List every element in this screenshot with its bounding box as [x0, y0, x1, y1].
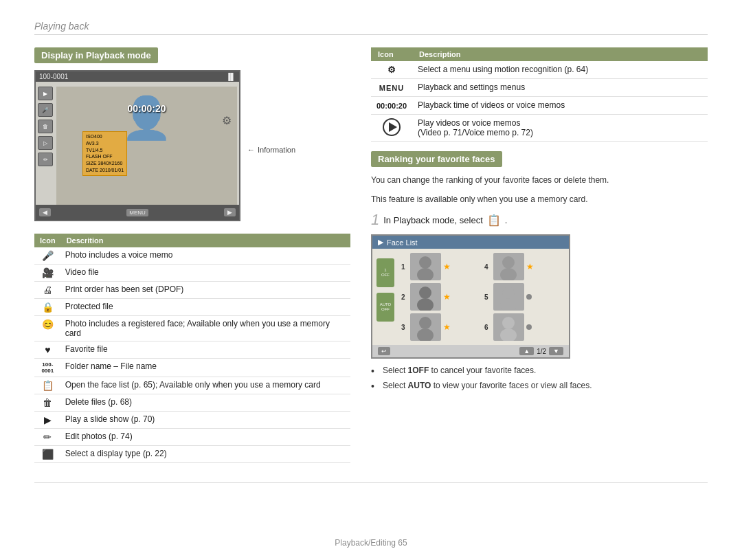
camera-bottom-bar: ◀ MENU ▶ [36, 205, 239, 220]
desc-timecode: Playback time of videos or voice memos [412, 97, 708, 115]
face-num-3: 3 [401, 324, 408, 331]
camera-flash: FLASH OFF [86, 153, 124, 160]
desc-delete: Delete files (p. 68) [61, 394, 350, 412]
face-star-4: ★ [526, 262, 534, 271]
face-next-btn[interactable]: ▼ [549, 347, 563, 355]
desc-slideshow: Play a slide show (p. 70) [61, 412, 350, 429]
icon-face: 😊 [34, 316, 61, 341]
icon-motion: ⚙ [371, 61, 412, 79]
face-thumb-1 [410, 253, 441, 280]
table-row: ▶ Play a slide show (p. 70) [34, 412, 350, 429]
face-thumb-3 [410, 313, 441, 341]
desc-motion: Select a menu using motion recognition (… [412, 61, 708, 79]
table-row: 🎥 Video file [34, 265, 350, 282]
face-list-box: ▶ Face List 1OFF AUTOOFF 1 [371, 234, 570, 359]
icon-voice-memo: 🎤 [34, 247, 61, 265]
camera-side-icons: ▶ 🎤 🗑 ▷ ✏ [38, 87, 53, 166]
icon-edit: ✏ [34, 429, 61, 446]
face-num-5: 5 [484, 293, 491, 301]
icon-favorite: ♥ [34, 341, 61, 359]
face-side-icon-auto: AUTOOFF [376, 293, 394, 322]
table-row: 😊 Photo includes a registered face; Avai… [34, 316, 350, 341]
icon-menu-label: MENU [371, 79, 412, 97]
table-row: 🗑 Delete files (p. 68) [34, 394, 350, 412]
camera-date: DATE 2010/01/01 [86, 167, 124, 174]
face-star-2: ★ [443, 292, 451, 302]
svg-point-0 [419, 256, 431, 269]
desc-play: Play videos or voice memos(Video p. 71/V… [412, 115, 708, 142]
desc-protected: Protected file [61, 299, 350, 316]
info-arrow-label: ← Information [247, 146, 295, 154]
icon-play-circle [371, 115, 412, 142]
face-grid: 1 ★ 4 [401, 253, 565, 341]
face-prev-btn[interactable]: ▲ [519, 347, 534, 355]
footer-divider [34, 482, 708, 483]
face-thumb-4 [493, 253, 524, 280]
left-column: Display in Playback mode 100-0001 ▐▌ ▶ 🎤… [34, 47, 350, 463]
face-page-num: 1/2 [537, 348, 546, 355]
desc-display-type: Select a display type (p. 22) [61, 446, 350, 463]
face-list-title: Face List [387, 238, 418, 247]
camera-battery-icon: ▐▌ [226, 73, 236, 80]
icon-timecode: 00:00:20 [371, 97, 412, 115]
camera-menu-btn: MENU [126, 209, 148, 216]
face-back-button[interactable]: ↩ [378, 347, 390, 355]
camera-size: SIZE 3840X2160 [86, 160, 124, 167]
step1-period: . [505, 215, 508, 225]
icon-video: 🎥 [34, 265, 61, 282]
face-dot-6 [526, 324, 532, 330]
table-row: MENU Playback and settings menus [371, 79, 708, 97]
table-row: Play videos or voice memos(Video p. 71/V… [371, 115, 708, 142]
face-thumb-2 [410, 283, 441, 311]
icon-facelist: 📋 [34, 377, 61, 394]
svg-point-10 [502, 317, 515, 329]
camera-time: 00:00:20 [127, 103, 166, 114]
step1-icon: 📋 [487, 214, 501, 227]
bullet-item-1: Select 1OFF to cancel your favorite face… [371, 366, 708, 377]
info-arrow-icon: ← [247, 146, 255, 154]
play-circle [383, 118, 401, 136]
icon-slideshow: ▶ [34, 412, 61, 429]
main-content: Display in Playback mode 100-0001 ▐▌ ▶ 🎤… [34, 47, 708, 463]
desc-favorite: Favorite file [61, 341, 350, 359]
icon-folder: 100-0001 [34, 359, 61, 377]
bullet-text-2: Select AUTO to view your favorite faces … [383, 381, 592, 390]
face-list-play-icon: ▶ [378, 238, 383, 247]
table-row: ⬛ Select a display type (p. 22) [34, 446, 350, 463]
desc-facelist: Open the face list (p. 65); Available on… [61, 377, 350, 394]
svg-point-1 [417, 268, 434, 280]
face-item-6: 6 [484, 313, 565, 341]
table-row: 00:00:20 Playback time of videos or voic… [371, 97, 708, 115]
svg-point-2 [502, 256, 515, 269]
face-num-4: 4 [484, 263, 491, 271]
svg-point-8 [419, 317, 431, 329]
ranking-header: Ranking your favorite faces [371, 151, 502, 167]
display-section-header: Display in Playback mode [34, 47, 158, 63]
camera-iso: ISO400 [86, 133, 124, 140]
ranking-section: Ranking your favorite faces You can chan… [371, 151, 708, 392]
desc-edit: Edit photos (p. 74) [61, 429, 350, 446]
page-footer: Playback/Editing 65 [0, 538, 742, 548]
icon-display-type: ⬛ [34, 446, 61, 463]
face-list-footer: ↩ ▲ 1/2 ▼ [372, 345, 569, 357]
face-item-1: 1 ★ [401, 253, 482, 280]
camera-silhouette: 👤 [121, 93, 172, 142]
table-row: ⚙ Select a menu using motion recognition… [371, 61, 708, 79]
desc-voice-memo: Photo includes a voice memo [61, 247, 350, 265]
icon-delete: 🗑 [34, 394, 61, 412]
camera-settings-icon: ⚙ [222, 114, 232, 127]
face-list-content: 1OFF AUTOOFF 1 [372, 249, 569, 345]
table-row: 🎤 Photo includes a voice memo [34, 247, 350, 265]
face-page-btns: ▲ 1/2 ▼ [519, 347, 563, 355]
camera-right-btn[interactable]: ▶ [224, 208, 236, 216]
info-arrow-text: Information [258, 146, 295, 154]
camera-left-btn[interactable]: ◀ [39, 208, 51, 216]
left-icon-table: Icon Descrition 🎤 Photo includes a voice… [34, 234, 350, 463]
step-number: 1 [371, 212, 379, 227]
svg-point-11 [500, 328, 517, 341]
face-list-header: ▶ Face List [372, 236, 569, 249]
table-row: ✏ Edit photos (p. 74) [34, 429, 350, 446]
face-thumb-5 [493, 283, 524, 311]
cam-icon-trash: 🗑 [38, 120, 53, 133]
face-side-icon-1off: 1OFF [376, 258, 394, 287]
